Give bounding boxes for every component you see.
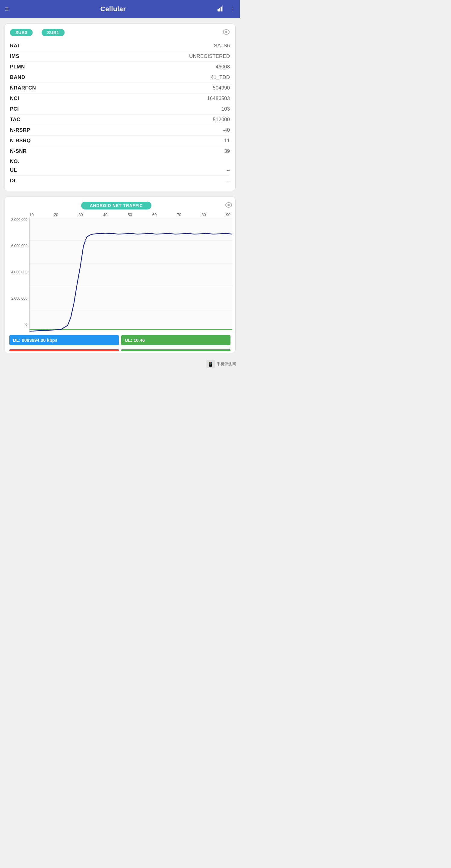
x-label: 40 [103, 213, 107, 217]
info-value: -11 [222, 138, 230, 144]
ul-label: UL [10, 167, 17, 173]
x-label: 50 [128, 213, 132, 217]
chart-title-badge: ANDROID NET TRAFFIC [81, 202, 151, 210]
x-label: 70 [177, 213, 181, 217]
grid-line-60 [30, 263, 232, 264]
chart-area: 8,000,0006,000,0004,000,0002,000,0000 [7, 218, 232, 332]
grid-line-20 [30, 309, 232, 309]
info-row: NRARFCN 504990 [10, 83, 230, 93]
x-label: 90 [226, 213, 230, 217]
y-label: 0 [25, 322, 27, 327]
info-row: N-RSRP -40 [10, 125, 230, 135]
chart-visibility-icon[interactable] [225, 202, 232, 210]
dl-value: -- [227, 178, 230, 184]
watermark-icon: 📱 [206, 360, 215, 368]
x-label: 20 [54, 213, 58, 217]
chart-title-row: ANDROID NET TRAFFIC [7, 202, 232, 210]
info-value: 504990 [213, 85, 230, 91]
info-value: SA_S6 [214, 43, 230, 49]
no-label: NO. [10, 156, 230, 165]
sub-badges-row: SUB0 SUB1 [10, 29, 230, 36]
info-value: 512000 [213, 117, 230, 123]
info-label: IMS [10, 53, 19, 59]
header: ≡ Cellular ⋮ [0, 0, 240, 18]
info-value: 46008 [216, 64, 230, 70]
x-label: 60 [152, 213, 157, 217]
cell-data-rows: RAT SA_S6 IMS UNREGISTERED PLMN 46008 BA… [10, 41, 230, 156]
info-label: NCI [10, 96, 19, 101]
chart-x-labels: 102030405060708090 [29, 213, 230, 217]
ul-value: -- [227, 167, 230, 173]
sub0-badge[interactable]: SUB0 [10, 29, 33, 36]
dl-label: DL [10, 178, 17, 184]
info-value: UNREGISTERED [189, 53, 230, 59]
ul-speed-bar [121, 349, 231, 351]
x-label: 10 [29, 213, 33, 217]
grid-line-40 [30, 286, 232, 286]
info-row: PLMN 46008 [10, 62, 230, 72]
info-label: PCI [10, 106, 19, 112]
svg-rect-0 [218, 9, 219, 11]
chart-card: ANDROID NET TRAFFIC 102030405060708090 8… [4, 196, 235, 353]
grid-line-80 [30, 240, 232, 241]
info-value: 16486503 [207, 96, 230, 101]
svg-rect-3 [222, 5, 223, 11]
svg-rect-2 [221, 7, 222, 11]
chart-bottom: DL: 9083994.00 kbps UL: 10.46 [7, 332, 232, 349]
info-label: N-RSRP [10, 127, 30, 133]
ul-row: UL -- [10, 165, 230, 176]
dl-row: DL -- [10, 176, 230, 186]
y-label: 4,000,000 [11, 270, 27, 274]
info-value: 41_TDD [211, 74, 230, 81]
info-value: 39 [224, 148, 230, 154]
info-label: NRARFCN [10, 85, 36, 91]
y-label: 6,000,000 [11, 244, 27, 248]
chart-plot [29, 218, 232, 332]
chart-y-axis: 8,000,0006,000,0004,000,0002,000,0000 [7, 218, 29, 332]
cell-info-card: SUB0 SUB1 RAT SA_S6 IMS UNREGISTERED PLM… [4, 24, 235, 191]
x-label: 30 [79, 213, 83, 217]
y-label: 2,000,000 [11, 296, 27, 301]
info-row: PCI 103 [10, 104, 230, 115]
info-row: IMS UNREGISTERED [10, 51, 230, 62]
watermark: 📱 手机评测网 [0, 359, 240, 371]
info-value: -40 [222, 127, 230, 133]
info-row: N-SNR 39 [10, 146, 230, 156]
y-label: 8,000,000 [11, 218, 27, 222]
info-row: N-RSRQ -11 [10, 135, 230, 146]
speed-indicator [9, 349, 230, 351]
dl-speed-bar [9, 349, 119, 351]
svg-point-7 [228, 204, 230, 206]
info-label: N-SNR [10, 148, 27, 154]
visibility-icon[interactable] [223, 29, 230, 36]
info-row: BAND 41_TDD [10, 72, 230, 83]
x-label: 80 [201, 213, 206, 217]
menu-icon[interactable]: ≡ [5, 5, 9, 13]
info-value: 103 [221, 106, 230, 112]
svg-rect-1 [219, 8, 220, 11]
sub1-badge[interactable]: SUB1 [41, 29, 64, 36]
chart-title-wrapper: ANDROID NET TRAFFIC [7, 202, 225, 210]
header-actions: ⋮ [218, 5, 235, 13]
info-label: BAND [10, 74, 25, 81]
info-label: N-RSRQ [10, 138, 31, 144]
svg-point-5 [225, 31, 227, 33]
more-options-icon[interactable]: ⋮ [229, 5, 235, 13]
info-label: TAC [10, 117, 21, 123]
info-row: NCI 16486503 [10, 93, 230, 104]
info-row: RAT SA_S6 [10, 41, 230, 51]
info-row: TAC 512000 [10, 115, 230, 125]
chart-svg [30, 218, 232, 332]
info-label: PLMN [10, 64, 25, 70]
dl-bar: DL: 9083994.00 kbps [9, 335, 119, 345]
watermark-text: 手机评测网 [217, 361, 236, 367]
info-label: RAT [10, 43, 21, 49]
ul-bar: UL: 10.46 [121, 335, 231, 345]
sub-badges: SUB0 SUB1 [10, 29, 64, 36]
signal-bars-icon[interactable] [218, 5, 225, 13]
page-title: Cellular [101, 5, 126, 13]
